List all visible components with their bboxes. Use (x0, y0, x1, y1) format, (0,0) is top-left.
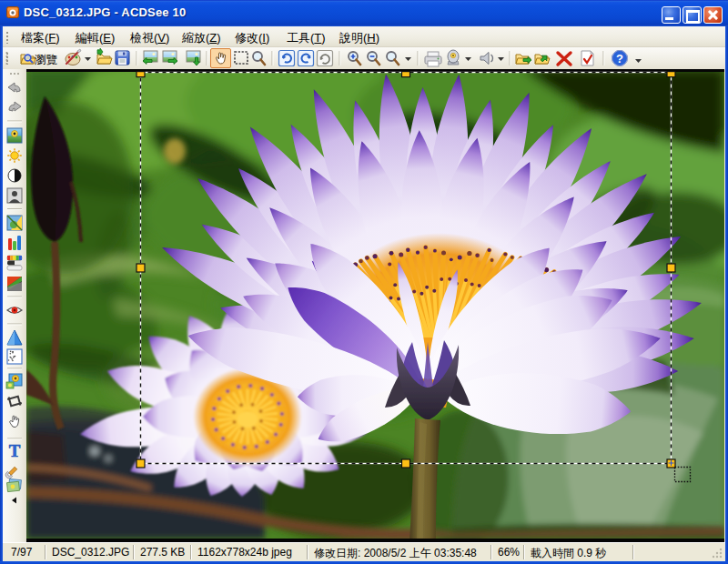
svg-text:T: T (9, 441, 21, 460)
svg-text:?: ? (616, 52, 623, 65)
